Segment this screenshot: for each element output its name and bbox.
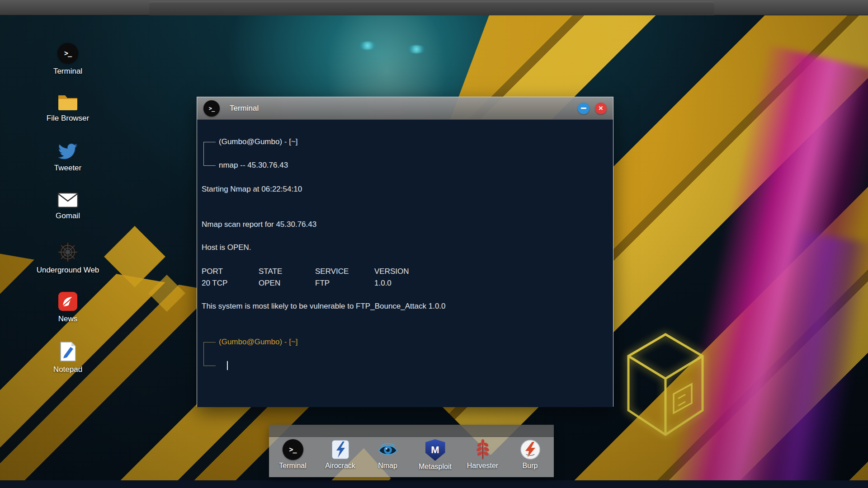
desktop-icon-label: Gomail — [56, 211, 80, 221]
vulnerability-line: This system is most likely to be vulnera… — [202, 300, 604, 312]
purple-streak — [744, 230, 868, 488]
dock-item-nmap[interactable]: Nmap — [364, 439, 411, 470]
table-header: SERVICE — [315, 266, 374, 277]
table-cell: OPEN — [259, 277, 315, 289]
desktop-icon-terminal[interactable]: >_ Terminal — [34, 43, 102, 76]
terminal-titlebar[interactable]: >_ Terminal ✕ — [197, 97, 613, 120]
prompt-bracket — [203, 342, 216, 343]
terminal-icon: >_ — [283, 439, 303, 460]
table-header: VERSION — [374, 266, 604, 277]
metasploit-glyph: M — [431, 444, 439, 456]
top-bar-inset — [149, 2, 714, 15]
dock-item-terminal[interactable]: >_ Terminal — [269, 439, 316, 470]
dock: >_ Terminal Airocrack — [269, 425, 554, 477]
table-header: PORT — [202, 266, 259, 277]
dock-item-label: Metasploit — [419, 463, 452, 471]
desktop-icon-label: File Browser — [47, 114, 89, 123]
terminal-glyph: >_ — [289, 446, 296, 454]
yellow-block — [148, 275, 185, 312]
desktop-icon-news[interactable]: News — [34, 291, 102, 324]
dock-item-harvester[interactable]: Harvester — [459, 439, 506, 470]
close-button[interactable]: ✕ — [595, 103, 607, 114]
desktop-icon-gomail[interactable]: Gomail — [34, 192, 102, 221]
wallpaper-eye-glow — [357, 42, 378, 50]
terminal-glyph: >_ — [209, 105, 214, 112]
dock-item-burp[interactable]: Burp — [506, 439, 554, 470]
terminal-output-line: Starting Nmap at 06:22:54:10 — [202, 183, 604, 195]
prompt-bracket — [203, 165, 216, 166]
table-cell: 20 TCP — [202, 277, 259, 289]
table-cell: 1.0.0 — [374, 277, 604, 289]
harvester-leaf-icon — [472, 439, 493, 460]
window-controls: ✕ — [578, 103, 607, 114]
desktop-icon-label: Notepad — [53, 365, 82, 374]
burp-icon — [520, 439, 541, 460]
window-title: Terminal — [230, 104, 259, 113]
terminal-app-icon: >_ — [203, 100, 220, 117]
dock-item-label: Nmap — [378, 462, 397, 470]
desktop-icon-label: Terminal — [53, 67, 82, 76]
magenta-streak — [665, 45, 868, 488]
terminal-glyph: >_ — [64, 49, 71, 57]
terminal-output-line: Nmap scan report for 45.30.76.43 — [202, 219, 604, 230]
close-icon: ✕ — [599, 105, 604, 112]
dock-item-label: Terminal — [279, 462, 306, 470]
neon-cube-graphic — [616, 326, 715, 444]
bottom-strip — [0, 480, 868, 488]
table-cell: FTP — [315, 277, 374, 289]
minimize-button[interactable] — [578, 103, 590, 114]
desktop-icon-label: Tweeter — [54, 164, 81, 173]
dock-item-label: Burp — [523, 462, 538, 470]
desktop-icon-label: News — [58, 314, 78, 324]
shell-prompt: (Gumbo@Gumbo) - [~] nmap -- 45.30.76.43 — [203, 136, 604, 171]
desktop-icon-tweeter[interactable]: Tweeter — [34, 142, 102, 173]
notepad-icon — [59, 341, 77, 362]
news-icon — [58, 291, 78, 311]
prompt-bracket — [203, 366, 216, 366]
terminal-content[interactable]: (Gumbo@Gumbo) - [~] nmap -- 45.30.76.43 … — [197, 120, 613, 407]
desktop-icon-underground-web[interactable]: Underground Web — [34, 242, 102, 275]
dock-handle[interactable] — [269, 425, 554, 437]
minimize-icon — [581, 108, 586, 109]
desktop-icon-notepad[interactable]: Notepad — [34, 341, 102, 374]
wallpaper-eye-glow — [406, 45, 427, 53]
text-cursor — [227, 361, 228, 370]
prompt-bracket — [203, 142, 216, 142]
bird-icon — [57, 142, 78, 160]
terminal-output-line: Host is OPEN. — [202, 242, 604, 253]
prompt-user: (Gumbo@Gumbo) - [~] — [219, 336, 298, 348]
dark-web-icon — [57, 242, 78, 263]
shell-prompt: (Gumbo@Gumbo) - [~] — [203, 336, 604, 371]
terminal-window: >_ Terminal ✕ (Gumbo@Gumbo) - [~] nmap -… — [197, 97, 613, 407]
metasploit-shield-icon: M — [425, 439, 445, 461]
mail-icon — [57, 192, 79, 208]
terminal-icon: >_ — [57, 43, 78, 64]
dock-item-airocrack[interactable]: Airocrack — [316, 439, 364, 470]
nmap-eye-icon — [377, 439, 398, 460]
dock-item-metasploit[interactable]: M Metasploit — [411, 439, 459, 471]
dock-items: >_ Terminal Airocrack — [269, 437, 554, 477]
desktop-icon-label: Underground Web — [37, 266, 99, 275]
folder-icon — [57, 93, 79, 111]
command-text: nmap -- 45.30.76.43 — [219, 160, 288, 171]
port-scan-table: PORT STATE SERVICE VERSION 20 TCP OPEN F… — [202, 266, 604, 289]
top-bar — [0, 0, 868, 15]
dock-item-label: Airocrack — [325, 462, 355, 470]
yellow-block — [104, 226, 165, 287]
prompt-user: (Gumbo@Gumbo) - [~] — [219, 136, 298, 148]
dock-item-label: Harvester — [467, 462, 498, 470]
table-header: STATE — [259, 266, 315, 277]
airocrack-icon — [330, 439, 351, 460]
desktop-icon-file-browser[interactable]: File Browser — [34, 93, 102, 123]
